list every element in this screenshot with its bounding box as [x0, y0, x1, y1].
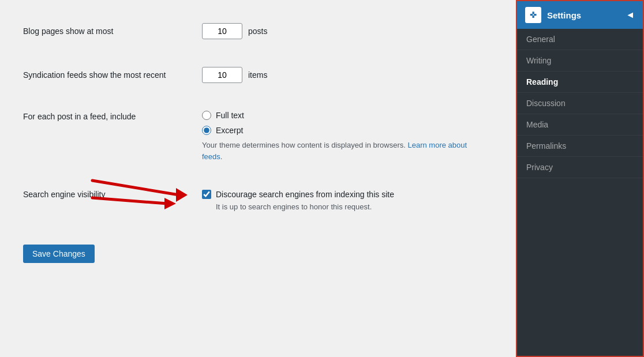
wordpress-icon: ✜	[525, 7, 541, 23]
search-visibility-description: It is up to search engines to honor this…	[216, 202, 394, 211]
sidebar-item-media[interactable]: Media	[517, 114, 643, 136]
save-changes-button[interactable]: Save Changes	[23, 245, 95, 263]
blog-pages-unit: posts	[248, 27, 267, 36]
search-visibility-checkbox-label: Discourage search engines from indexing …	[216, 190, 394, 199]
blog-pages-input[interactable]	[202, 23, 242, 39]
feed-options-group: Full text Excerpt Your theme determines …	[202, 111, 473, 162]
sidebar-item-reading[interactable]: Reading	[517, 72, 643, 93]
settings-sidebar: ✜ Settings ◄ General Writing Reading Dis…	[516, 0, 644, 357]
feed-include-row: For each post in a feed, include Full te…	[23, 105, 473, 168]
feed-radio-group: Full text Excerpt	[202, 111, 473, 135]
sidebar-item-permalinks[interactable]: Permalinks	[517, 136, 643, 157]
feed-description: Your theme determines how content is dis…	[202, 140, 473, 162]
blog-pages-label: Blog pages show at most	[23, 27, 202, 36]
feed-excerpt-option[interactable]: Excerpt	[202, 126, 473, 135]
feed-fulltext-radio[interactable]	[202, 111, 211, 120]
syndication-unit: items	[248, 70, 267, 80]
syndication-label: Syndication feeds show the most recent	[23, 69, 202, 81]
feed-excerpt-radio[interactable]	[202, 126, 211, 135]
feed-fulltext-label: Full text	[216, 111, 244, 120]
sidebar-item-discussion[interactable]: Discussion	[517, 93, 643, 114]
sidebar-item-privacy[interactable]: Privacy	[517, 157, 643, 178]
syndication-input[interactable]	[202, 67, 242, 83]
syndication-feeds-row: Syndication feeds show the most recent i…	[23, 61, 473, 89]
feed-fulltext-option[interactable]: Full text	[202, 111, 473, 120]
search-visibility-option: Discourage search engines from indexing …	[202, 190, 394, 199]
search-visibility-label: Search engine visibility	[23, 190, 202, 199]
feed-excerpt-label: Excerpt	[216, 126, 243, 135]
search-visibility-group: Discourage search engines from indexing …	[202, 190, 394, 211]
sidebar-header: ✜ Settings ◄	[517, 1, 643, 29]
search-visibility-row: Search engine visibility Discourage sear…	[23, 184, 473, 217]
sidebar-item-writing[interactable]: Writing	[517, 50, 643, 72]
sidebar-toggle-button[interactable]: ◄	[626, 10, 635, 20]
search-visibility-checkbox[interactable]	[202, 190, 211, 199]
main-content: Blog pages show at most posts Syndicatio…	[0, 0, 496, 280]
sidebar-item-general[interactable]: General	[517, 29, 643, 50]
feed-include-label: For each post in a feed, include	[23, 111, 202, 121]
blog-pages-row: Blog pages show at most posts	[23, 17, 473, 45]
sidebar-title: Settings	[547, 10, 581, 20]
sidebar-menu: General Writing Reading Discussion Media…	[517, 29, 643, 178]
